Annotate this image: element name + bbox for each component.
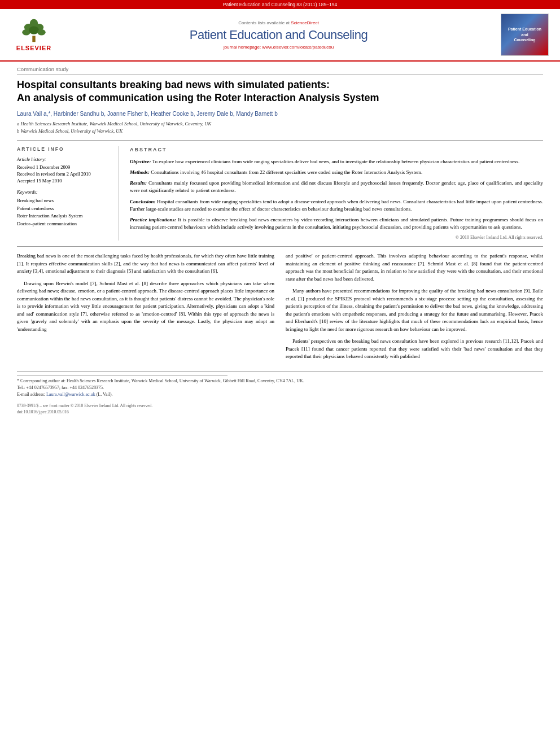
received-date: Received 1 December 2009	[17, 164, 112, 170]
practice-label: Practice implications:	[130, 217, 176, 222]
svg-point-5	[37, 29, 45, 36]
elsevier-label: ELSEVIER	[16, 45, 51, 51]
tel-line: Tel.: +44 02476573957; fax: +44 02476528…	[17, 385, 543, 391]
body-p5: Patients' perspectives on the breaking b…	[286, 338, 543, 361]
methods-label: Methods:	[130, 169, 150, 175]
abstract-methods: Methods: Consultations involving 46 hosp…	[130, 169, 543, 176]
history-label: Article history:	[17, 156, 112, 162]
elsevier-tree-icon	[17, 18, 51, 43]
elsevier-logo: ELSEVIER	[11, 18, 56, 51]
email-suffix: (L. Vail).	[97, 392, 113, 397]
abstract-title: ABSTRACT	[130, 146, 543, 154]
section-divider	[17, 246, 543, 247]
article-type-label: Communication study	[17, 62, 543, 75]
practice-text: It is possible to observe breaking bad n…	[130, 217, 543, 230]
abstract-column: ABSTRACT Objective: To explore how exper…	[130, 146, 543, 241]
keywords-label: Keywords:	[17, 189, 112, 195]
methods-text: Consultations involving 46 hospital cons…	[151, 169, 422, 175]
body-column-left: Breaking bad news is one of the most cha…	[17, 252, 274, 365]
sciencedirect-link[interactable]: ScienceDirect	[291, 20, 318, 25]
keywords-section: Keywords: Breaking bad news Patient cent…	[17, 189, 112, 228]
results-label: Results:	[130, 180, 147, 186]
abstract-conclusion: Conclusion: Hospital consultants from wi…	[130, 198, 543, 213]
footnote-divider	[17, 375, 228, 375]
contents-available-line: Contents lists available at ScienceDirec…	[56, 20, 501, 25]
doi-text: doi:10.1016/j.pec.2010.05.016	[17, 409, 543, 415]
conclusion-label: Conclusion:	[130, 199, 156, 204]
article-info-title: ARTICLE INFO	[17, 146, 112, 152]
objective-label: Objective:	[130, 159, 151, 164]
info-abstract-section: ARTICLE INFO Article history: Received 1…	[17, 140, 543, 241]
results-text: Consultants mainly focussed upon providi…	[130, 180, 543, 193]
body-p3: and positive' or patient-centred approac…	[286, 252, 543, 283]
email-line: E-mail address: Laura.vail@warwick.ac.uk…	[17, 391, 543, 398]
keyword-4: Doctor–patient communication	[17, 220, 112, 228]
journal-citation-bar: Patient Education and Counseling 83 (201…	[0, 0, 560, 9]
abstract-results: Results: Consultants mainly focussed upo…	[130, 180, 543, 194]
affiliations: a Health Sciences Research Institute, Wa…	[17, 120, 543, 135]
conclusion-text: Hospital consultants from wide ranging s…	[130, 199, 543, 212]
journal-title-center: Contents lists available at ScienceDirec…	[56, 20, 501, 50]
svg-rect-6	[32, 36, 35, 42]
issn-text: 0738-3991/$ – see front matter © 2010 El…	[17, 403, 543, 409]
journal-header: ELSEVIER Contents lists available at Sci…	[0, 9, 560, 62]
corresponding-author: * Corresponding author at: Health Scienc…	[17, 378, 543, 385]
authors-line: Laura Vail a,*, Harbinder Sandhu b, Joan…	[17, 111, 543, 117]
copyright-line: © 2010 Elsevier Ireland Ltd. All rights …	[130, 234, 543, 241]
email-label: E-mail address:	[17, 392, 45, 397]
revised-date: Received in revised form 2 April 2010	[17, 171, 112, 177]
journal-thumb-text: Patient EducationandCounseling	[508, 27, 541, 43]
journal-main-title: Patient Education and Counseling	[56, 28, 501, 42]
keyword-1: Breaking bad news	[17, 197, 112, 205]
article-title: Hospital consultants breaking bad news w…	[17, 78, 543, 105]
accepted-date: Accepted 15 May 2010	[17, 178, 112, 184]
abstract-practice: Practice implications: It is possible to…	[130, 216, 543, 231]
objective-text: To explore how experienced clinicians fr…	[152, 159, 520, 164]
body-p4: Many authors have presented recommendati…	[286, 287, 543, 333]
keyword-3: Roter Interaction Analysis System	[17, 212, 112, 220]
issn-line: 0738-3991/$ – see front matter © 2010 El…	[17, 403, 543, 416]
affiliation-b: b Warwick Medical School, University of …	[17, 128, 543, 135]
journal-thumbnail: Patient EducationandCounseling	[501, 14, 549, 56]
body-column-right: and positive' or patient-centred approac…	[286, 252, 543, 365]
abstract-objective: Objective: To explore how experienced cl…	[130, 158, 543, 165]
journal-homepage: journal homepage: www.elsevier.com/locat…	[56, 45, 501, 50]
footnote-area: * Corresponding author at: Health Scienc…	[17, 371, 543, 416]
svg-point-4	[29, 26, 39, 34]
body-p1: Breaking bad news is one of the most cha…	[17, 252, 274, 276]
keyword-2: Patient centredness	[17, 205, 112, 213]
body-section: Breaking bad news is one of the most cha…	[17, 252, 543, 365]
email-address[interactable]: Laura.vail@warwick.ac.uk	[46, 392, 95, 397]
article-info-column: ARTICLE INFO Article history: Received 1…	[17, 146, 119, 241]
affiliation-a: a Health Sciences Research Institute, Wa…	[17, 120, 543, 128]
main-content: Communication study Hospital consultants…	[0, 62, 560, 415]
body-p2: Drawing upon Brewin's model [7], Schmid …	[17, 280, 274, 334]
citation-text: Patient Education and Counseling 83 (201…	[223, 2, 337, 7]
